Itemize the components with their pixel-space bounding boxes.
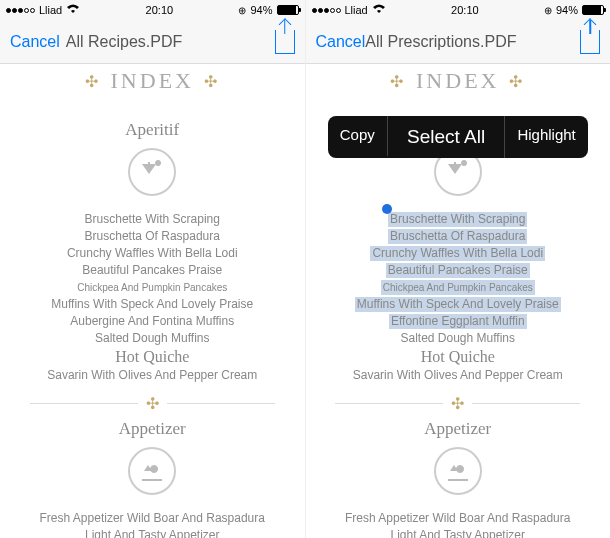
battery-percent: 94%: [556, 4, 578, 16]
recipe-item: Aubergine And Fontina Muffins: [70, 314, 234, 328]
section-divider: ✣: [335, 397, 580, 409]
status-bar: Lliad 20:10 ⊕ 94%: [0, 0, 305, 20]
battery-percent: 94%: [250, 4, 272, 16]
selection-handle-icon[interactable]: [382, 204, 392, 214]
aperitif-icon: [128, 148, 176, 196]
section-title: Aperitif: [10, 120, 295, 140]
text-selection-popover: Copy Select All Highlight: [328, 116, 588, 158]
recipe-item: Bruschette With Scraping: [388, 212, 527, 227]
carrier-label: Lliad: [345, 4, 368, 16]
recipe-item: Light And Tasty Appetizer: [390, 528, 525, 538]
recipe-item: Light And Tasty Appetizer: [85, 528, 220, 538]
recipe-item: Chickpea And Pumpkin Pancakes: [77, 282, 227, 293]
wifi-icon: [372, 4, 386, 16]
left-screenshot: Lliad 20:10 ⊕ 94% Cancel All Recipes.PDF…: [0, 0, 306, 538]
highlight-button[interactable]: Highlight: [505, 116, 587, 158]
nav-bar: Cancel All Prescriptions.PDF: [306, 20, 611, 64]
battery-icon: [277, 5, 299, 15]
doc-title: All Recipes.PDF: [60, 33, 275, 51]
recipe-item: Salted Dough Muffins: [95, 331, 210, 345]
section-title: Appetizer: [10, 419, 295, 439]
flourish-icon: ✣: [390, 72, 406, 91]
recipe-item: Crunchy Waffles With Bella Lodi: [370, 246, 545, 261]
wifi-icon: [66, 4, 80, 16]
status-time: 20:10: [451, 4, 479, 16]
section-title: Appetizer: [316, 419, 601, 439]
recipe-item: Beautiful Pancakes Praise: [82, 263, 222, 277]
cancel-button[interactable]: Cancel: [316, 33, 366, 51]
recipe-item: Bruschetta Of Raspadura: [388, 229, 527, 244]
flourish-icon: ✣: [85, 72, 101, 91]
flourish-icon: ✣: [204, 72, 220, 91]
recipe-item: Beautiful Pancakes Praise: [386, 263, 530, 278]
recipe-item: Muffins With Speck And Lovely Praise: [355, 297, 561, 312]
flourish-icon: ✣: [509, 72, 525, 91]
recipe-item: Bruschetta Of Raspadura: [85, 229, 220, 243]
section-divider: ✣: [30, 397, 275, 409]
doc-content[interactable]: ✣ INDEX ✣ Aperitif Copy Select All Highl…: [306, 64, 611, 538]
index-heading: ✣ INDEX ✣: [10, 68, 295, 94]
appetizer-icon: [128, 447, 176, 495]
flourish-icon: ✣: [138, 394, 167, 413]
status-bar: Lliad 20:10 ⊕ 94%: [306, 0, 611, 20]
right-screenshot: Lliad 20:10 ⊕ 94% Cancel All Prescriptio…: [306, 0, 611, 538]
section-appetizer: Appetizer Fresh Appetizer Wild Boar And …: [10, 419, 295, 538]
recipe-item: Savarin With Olives And Pepper Cream: [353, 368, 563, 382]
recipe-item: Fresh Appetizer Wild Boar And Raspadura: [345, 511, 570, 525]
recipe-item-hot: Hot Quiche: [10, 348, 295, 366]
share-icon[interactable]: [275, 30, 295, 54]
signal-dots-icon: [6, 8, 35, 13]
recipe-item: Crunchy Waffles With Bella Lodi: [67, 246, 238, 260]
carrier-label: Lliad: [39, 4, 62, 16]
select-all-button[interactable]: Select All: [388, 116, 506, 158]
section-aperitif: Aperitif Copy Select All Highlight Brusc…: [316, 120, 601, 383]
section-aperitif: Aperitif Bruschette With Scraping Brusch…: [10, 120, 295, 383]
recipe-item-hot: Hot Quiche: [316, 348, 601, 366]
recipe-item: Savarin With Olives And Pepper Cream: [47, 368, 257, 382]
battery-icon: [582, 5, 604, 15]
recipe-item: Chickpea And Pumpkin Pancakes: [381, 280, 535, 295]
share-icon[interactable]: [580, 30, 600, 54]
charging-icon: ⊕: [238, 5, 246, 16]
cancel-button[interactable]: Cancel: [10, 33, 60, 51]
recipe-item: Effontine Eggplant Muffin: [389, 314, 527, 329]
copy-button[interactable]: Copy: [328, 116, 388, 158]
section-appetizer: Appetizer Fresh Appetizer Wild Boar And …: [316, 419, 601, 538]
appetizer-icon: [434, 447, 482, 495]
signal-dots-icon: [312, 8, 341, 13]
nav-bar: Cancel All Recipes.PDF: [0, 20, 305, 64]
recipe-item: Fresh Appetizer Wild Boar And Raspadura: [40, 511, 265, 525]
recipe-item: Muffins With Speck And Lovely Praise: [51, 297, 253, 311]
charging-icon: ⊕: [544, 5, 552, 16]
doc-content[interactable]: ✣ INDEX ✣ Aperitif Bruschette With Scrap…: [0, 64, 305, 538]
recipe-item: Salted Dough Muffins: [400, 331, 515, 345]
doc-title: All Prescriptions.PDF: [365, 33, 580, 51]
index-heading: ✣ INDEX ✣: [316, 68, 601, 94]
flourish-icon: ✣: [443, 394, 472, 413]
status-time: 20:10: [146, 4, 174, 16]
recipe-item: Bruschette With Scraping: [85, 212, 220, 226]
